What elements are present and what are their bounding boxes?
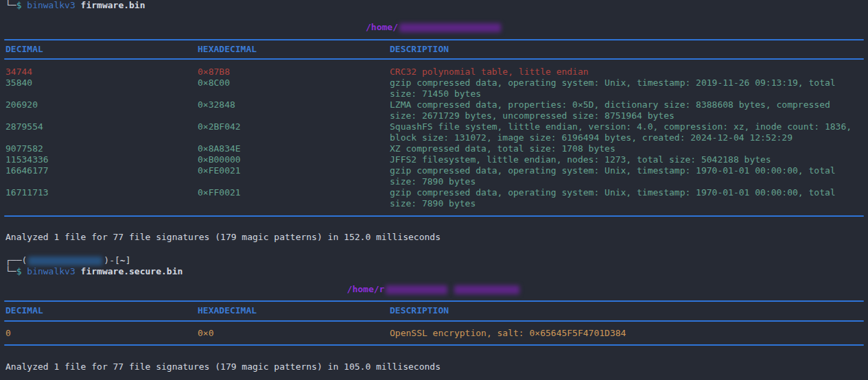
path-prefix: /home/ (347, 284, 379, 294)
table2-header-row: DECIMAL HEXADECIMAL DESCRIPTION (5, 305, 863, 316)
cell-description: gzip compressed data, operating system: … (390, 78, 858, 99)
table2-bottom-rule (4, 344, 864, 346)
prompt-frame: └─ (5, 266, 16, 276)
redacted-user-host-blur (28, 257, 102, 265)
table-row: 34744 0×87B8 CRC32 polynomial table, lit… (5, 67, 863, 78)
cell-description: XZ compressed data, total size: 1708 byt… (390, 143, 858, 154)
cell-description: JFFS2 filesystem, little endian, nodes: … (390, 154, 858, 165)
table1-body: 34744 0×87B8 CRC32 polynomial table, lit… (5, 67, 863, 209)
table1-header-rule (4, 58, 864, 60)
cell-decimal: 9077582 (5, 143, 198, 154)
command-name: binwalkv3 (27, 266, 75, 276)
prompt-block-2: ┌──()-[~] └─$ binwalkv3 firmware.secure.… (5, 255, 863, 277)
cell-hex: 0×B00000 (198, 154, 390, 165)
redacted-path-blur (454, 285, 519, 294)
prompt-frame: └─ (5, 0, 16, 10)
cell-hex: 0×FF0021 (198, 187, 390, 209)
prompt-frame: ┌──( (5, 255, 27, 265)
command-name: binwalkv3 (27, 0, 75, 10)
column-header-decimal: DECIMAL (5, 305, 198, 316)
redacted-path-blur (399, 23, 501, 32)
terminal-window: └─$ binwalkv3 firmware.bin /home/ DECIMA… (0, 0, 868, 372)
scan1-file-path-header: /home/ (5, 22, 863, 33)
table1-top-rule (4, 39, 864, 40)
prompt-line-1: └─$ binwalkv3 firmware.bin (5, 0, 863, 11)
cell-description: OpenSSL encryption, salt: 0×65645F5F4701… (390, 328, 858, 339)
redacted-path-blur (386, 285, 447, 294)
cell-hex: 0×2BF042 (198, 121, 390, 143)
cell-description: gzip compressed data, operating system: … (390, 187, 858, 209)
prompt-dollar-sign: $ (16, 0, 22, 10)
table2-top-rule (4, 300, 864, 302)
column-header-description: DESCRIPTION (390, 305, 863, 316)
prompt-frame: )-[ (104, 255, 119, 265)
table-row: 11534336 0×B00000 JFFS2 filesystem, litt… (5, 154, 863, 165)
command-argument: firmware.bin (81, 0, 145, 10)
table1-bottom-rule (4, 215, 864, 217)
table2-header-rule (4, 320, 864, 322)
prompt-home-dir: ~ (120, 255, 126, 265)
cell-decimal: 206920 (5, 99, 198, 121)
cell-description: CRC32 polynomial table, little endian (390, 67, 858, 78)
cell-hex: 0×8A834E (198, 143, 390, 154)
column-header-hexadecimal: HEXADECIMAL (198, 44, 390, 55)
column-header-hexadecimal: HEXADECIMAL (198, 305, 390, 316)
cell-description: SquashFS file system, little endian, ver… (390, 121, 858, 143)
cell-decimal: 16711713 (5, 187, 198, 209)
table1-header-row: DECIMAL HEXADECIMAL DESCRIPTION (5, 44, 863, 55)
path-visible-char: r (379, 284, 385, 294)
cell-hex: 0×32848 (198, 99, 390, 121)
cell-description: gzip compressed data, operating system: … (390, 165, 858, 187)
cell-decimal: 2879554 (5, 121, 198, 143)
table-row: 35840 0×8C00 gzip compressed data, opera… (5, 78, 863, 99)
cell-decimal: 11534336 (5, 154, 198, 165)
table2-body: 0 0×0 OpenSSL encryption, salt: 0×65645F… (5, 328, 863, 339)
path-prefix: /home/ (366, 22, 398, 32)
cell-decimal: 34744 (5, 67, 198, 78)
cell-decimal: 0 (5, 328, 198, 339)
scan2-summary: Analyzed 1 file for 77 file signatures (… (5, 361, 863, 372)
prompt-frame: ] (126, 255, 131, 265)
scan2-file-path-header: /home/r (5, 284, 863, 295)
cell-decimal: 35840 (5, 78, 198, 99)
table-row: 0 0×0 OpenSSL encryption, salt: 0×65645F… (5, 328, 863, 339)
prompt-line-2-bottom: └─$ binwalkv3 firmware.secure.bin (5, 266, 863, 277)
cell-description: LZMA compressed data, properties: 0×5D, … (390, 99, 858, 121)
table-row: 16711713 0×FF0021 gzip compressed data, … (5, 187, 863, 209)
cell-hex: 0×0 (198, 328, 390, 339)
command-argument: firmware.secure.bin (81, 266, 183, 276)
table-row: 206920 0×32848 LZMA compressed data, pro… (5, 99, 863, 121)
column-header-description: DESCRIPTION (390, 44, 863, 55)
cell-hex: 0×8C00 (198, 78, 390, 99)
table-row: 9077582 0×8A834E XZ compressed data, tot… (5, 143, 863, 154)
prompt-dollar-sign: $ (16, 266, 22, 276)
prompt-line-2-top: ┌──()-[~] (5, 255, 863, 266)
table-row: 16646177 0×FE0021 gzip compressed data, … (5, 165, 863, 187)
scan1-summary: Analyzed 1 file for 77 file signatures (… (5, 232, 863, 243)
table-row: 2879554 0×2BF042 SquashFS file system, l… (5, 121, 863, 143)
cell-decimal: 16646177 (5, 165, 198, 187)
column-header-decimal: DECIMAL (5, 44, 198, 55)
cell-hex: 0×FE0021 (198, 165, 390, 187)
cell-hex: 0×87B8 (198, 67, 390, 78)
